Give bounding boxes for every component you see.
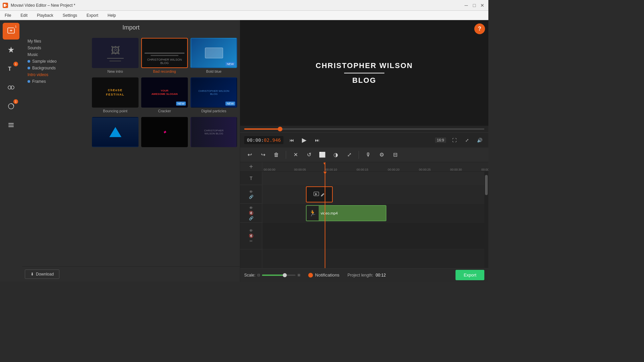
bar-2 (151, 55, 178, 56)
menu-edit[interactable]: Edit (18, 12, 30, 18)
video-clip-label: video.mp4 (319, 211, 340, 215)
file-tree-my-files[interactable]: My files (25, 38, 87, 45)
crop-button[interactable]: ⬜ (317, 149, 328, 160)
overlay-track-row[interactable] (262, 185, 484, 204)
volume-button[interactable]: 🔊 (475, 135, 484, 145)
maximize-button[interactable]: □ (471, 2, 478, 9)
track-control-text: T (240, 172, 262, 185)
file-tree-sample-video[interactable]: Sample video (25, 58, 87, 65)
timeline-scrollbar[interactable] (484, 172, 488, 268)
svg-marker-1 (6, 5, 7, 6)
link-icon-2[interactable]: 🔗 (249, 216, 254, 221)
audio-track-row[interactable] (262, 223, 484, 249)
new-badge: NEW (225, 62, 235, 66)
audio-scissors-icon[interactable]: ✂ (250, 239, 253, 243)
close-button[interactable]: ✕ (479, 2, 486, 9)
file-tree-music[interactable]: Music (25, 51, 87, 58)
undo-button[interactable]: ↩ (244, 149, 255, 160)
file-tree-backgrounds[interactable]: Backgrounds (25, 65, 87, 71)
timeline-add-button[interactable]: + (240, 162, 262, 171)
sidebar-item-transitions[interactable] (3, 79, 19, 96)
menu-settings[interactable]: Settings (61, 12, 79, 18)
preview-area: CHRISTOPHER WILSON BLOG ? (240, 20, 488, 126)
import-header: Import (22, 20, 240, 35)
thumb-bottom-1-label (92, 148, 139, 150)
audio-mute-icon[interactable]: 🔇 (249, 234, 254, 238)
redo-button[interactable]: ↪ (258, 149, 268, 160)
audio-button[interactable]: 🎙 (363, 149, 374, 160)
thumb-bottom-3-label (191, 148, 237, 150)
app-icon (3, 3, 8, 8)
notifications-button[interactable]: Notifications (306, 271, 342, 279)
aspect-ratio-badge[interactable]: 16:9 (435, 137, 446, 143)
color-button[interactable]: ◑ (330, 149, 341, 160)
sidebar-item-import[interactable]: 1 (3, 23, 19, 40)
properties-button[interactable]: ⊟ (390, 149, 400, 160)
thumb-digital-particles[interactable]: CHRISTOPHER WILSONBLOG NEW Digital parti… (191, 77, 237, 114)
thumb-cracker-label: Cracker (141, 109, 188, 114)
thumb-cracker[interactable]: YOURAWESOME SLOGAN NEW Cracker (141, 77, 188, 114)
thumb-bad-recording-label: Bad recording (141, 69, 188, 75)
sidebar-item-effects[interactable] (3, 42, 19, 58)
link-icon[interactable]: 🔗 (249, 195, 254, 199)
title-bar: Movavi Video Editor – New Project * ─ □ … (0, 0, 488, 11)
eye-icon-2[interactable]: 👁 (249, 206, 253, 210)
download-icon: ⬇ (31, 272, 34, 277)
triangle-icon (109, 127, 121, 137)
ruler-mark-5: 00:00:05 (294, 168, 306, 171)
fullscreen-button[interactable]: ⛶ (449, 135, 459, 145)
eye-icon[interactable]: 👁 (249, 190, 253, 194)
audio-eye-icon[interactable]: 👁 (249, 229, 253, 233)
playhead-ruler (325, 162, 325, 171)
file-tree-intro-videos[interactable]: Intro videos (25, 71, 87, 78)
thumb-digital-particles-label: Digital particles (191, 109, 237, 114)
delete-button[interactable]: 🗑 (271, 149, 282, 160)
import-body: My files Sounds Music Sample video Backg… (22, 35, 240, 266)
menu-help[interactable]: Help (106, 12, 118, 18)
thumb-bottom-2[interactable]: ✦ (141, 117, 188, 150)
time-accent: 02.946 (264, 137, 281, 143)
settings-button[interactable]: ⚙ (376, 149, 387, 160)
video-track-row[interactable]: 🏃 video.mp4 (262, 204, 484, 223)
skip-to-start-button[interactable]: ⏮ (287, 135, 296, 145)
thumb-bad-recording[interactable]: CHRISTOPHER WILSONBLOG Bad recording (141, 38, 188, 75)
skip-to-end-button[interactable]: ⏭ (312, 135, 322, 145)
cracker-content: YOURAWESOME SLOGAN (151, 89, 177, 96)
track-control-overlay: 👁 🔗 (240, 185, 262, 204)
sidebar-item-filters[interactable]: 1 (3, 98, 19, 115)
thumb-grid: 🖼 New intro CHRISTOPHER WILSONBLOG (92, 38, 237, 150)
fit-button[interactable]: ⤢ (462, 135, 472, 145)
download-button[interactable]: ⬇ Download (25, 269, 59, 279)
play-button[interactable]: ▶ (300, 135, 309, 145)
mute-icon[interactable]: 🔇 (249, 211, 254, 215)
status-bar: Scale: ⊡ ⊞ Notifications Project length:… (240, 268, 488, 282)
menu-export[interactable]: Export (85, 12, 100, 18)
menu-playback[interactable]: Playback (35, 12, 55, 18)
thumb-bottom-3[interactable]: CHRISTOPHERWILSON BLOG (191, 117, 237, 150)
help-button[interactable]: ? (474, 23, 485, 34)
text-track-row[interactable] (262, 172, 484, 185)
preview-section: ‹ CHRISTOPHER WILSON BLOG ? (240, 20, 488, 162)
project-length-text: Project length: (347, 273, 373, 278)
cut-button[interactable]: ✕ (290, 149, 301, 160)
rotate-button[interactable]: ↺ (304, 149, 314, 160)
menu-file[interactable]: File (3, 12, 13, 18)
export-button[interactable]: Export (455, 270, 484, 280)
minimize-button[interactable]: ─ (463, 2, 470, 9)
scale-slider[interactable] (262, 275, 296, 276)
thumb-bottom-1[interactable] (92, 117, 139, 150)
intro-clip[interactable] (306, 186, 333, 202)
playback-progress-bar[interactable] (244, 128, 484, 130)
thumb-bold-blue[interactable]: NEW Bold blue (191, 38, 237, 75)
thumb-new-intro[interactable]: 🖼 New intro (92, 38, 139, 75)
thumb-bouncing-point[interactable]: ChEeSEFESTIVAL Bouncing point (92, 77, 139, 114)
project-length-value: 00:12 (376, 273, 386, 278)
video-clip[interactable]: 🏃 video.mp4 (306, 205, 386, 221)
sidebar-item-titles[interactable]: 1 T (3, 60, 19, 77)
pan-zoom-button[interactable]: ⤢ (344, 149, 355, 160)
progress-handle[interactable] (278, 127, 282, 131)
clip-thumbnail: 🏃 (307, 206, 319, 221)
sidebar-item-list[interactable] (3, 117, 19, 133)
file-tree-frames[interactable]: Frames (25, 78, 87, 85)
file-tree-sounds[interactable]: Sounds (25, 45, 87, 51)
